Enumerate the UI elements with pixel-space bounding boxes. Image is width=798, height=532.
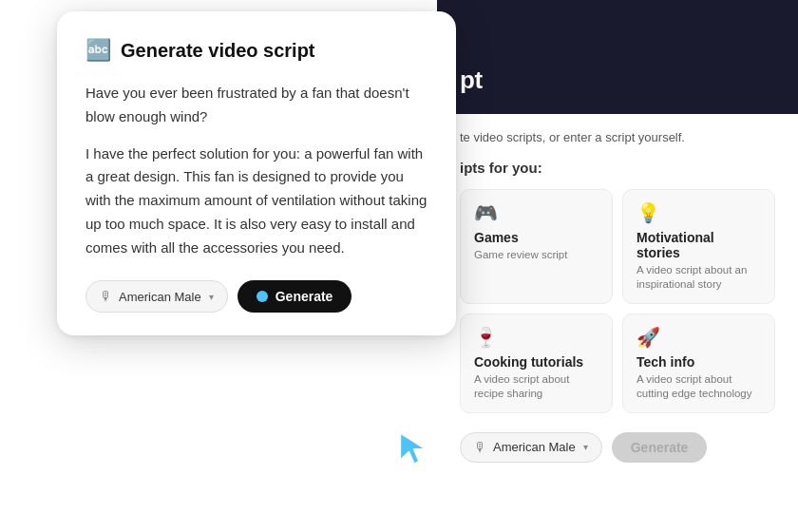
tech-card-title: Tech info [636,354,761,370]
right-panel-subtitle: te video scripts, or enter a script your… [460,129,775,146]
right-panel-controls: 🎙 American Male ▾ Generate [460,432,775,463]
right-voice-icon: 🎙 [474,440,487,455]
popup-paragraph-1: Have you ever been frustrated by a fan t… [86,82,428,129]
popup-body: Have you ever been frustrated by a fan t… [86,82,428,259]
games-card-title: Games [474,230,598,245]
cursor-arrow [395,429,429,467]
popup-footer: 🎙 American Male ▾ Generate [86,280,428,313]
popup-header: 🔤 Generate video script [86,38,428,63]
tech-card-desc: A video script about cutting edge techno… [636,372,761,401]
motivational-icon: 💡 [636,201,761,224]
popup-title: Generate video script [121,40,315,62]
motivational-card-title: Motivational stories [636,230,761,260]
motivational-card-desc: A video script about an inspirational st… [636,263,761,292]
tech-icon: 🚀 [636,326,761,349]
generate-btn-dot [256,291,268,302]
script-card-motivational[interactable]: 💡 Motivational stories A video script ab… [622,189,775,304]
right-panel-title: pt [460,66,483,95]
right-panel: pt te video scripts, or enter a script y… [437,0,798,532]
games-card-desc: Game review script [474,248,598,262]
right-panel-header: pt [437,0,798,114]
popup-card: 🔤 Generate video script Have you ever be… [57,11,456,335]
cooking-card-desc: A video script about recipe sharing [474,372,598,401]
voice-select-dropdown[interactable]: 🎙 American Male ▾ [86,280,228,313]
right-voice-label: American Male [493,440,576,454]
cooking-card-title: Cooking tutorials [474,354,598,370]
chevron-down-icon: ▾ [209,292,214,302]
popup-header-icon: 🔤 [86,38,111,63]
popup-paragraph-2: I have the perfect solution for you: a p… [86,142,428,260]
script-card-cooking[interactable]: 🍷 Cooking tutorials A video script about… [460,314,613,413]
voice-icon: 🎙 [100,289,113,304]
cooking-icon: 🍷 [474,326,598,349]
script-card-tech[interactable]: 🚀 Tech info A video script about cutting… [622,314,775,413]
right-voice-select[interactable]: 🎙 American Male ▾ [460,432,602,463]
right-chevron-icon: ▾ [583,442,588,452]
scripts-label: ipts for you: [460,160,775,176]
voice-label: American Male [119,290,201,304]
games-icon: 🎮 [474,201,598,224]
script-cards-grid: 🎮 Games Game review script 💡 Motivationa… [460,189,775,413]
svg-marker-0 [400,433,426,465]
generate-button[interactable]: Generate [238,280,352,313]
right-generate-button[interactable]: Generate [612,432,708,463]
script-card-games[interactable]: 🎮 Games Game review script [460,189,613,304]
generate-btn-label: Generate [276,289,333,304]
